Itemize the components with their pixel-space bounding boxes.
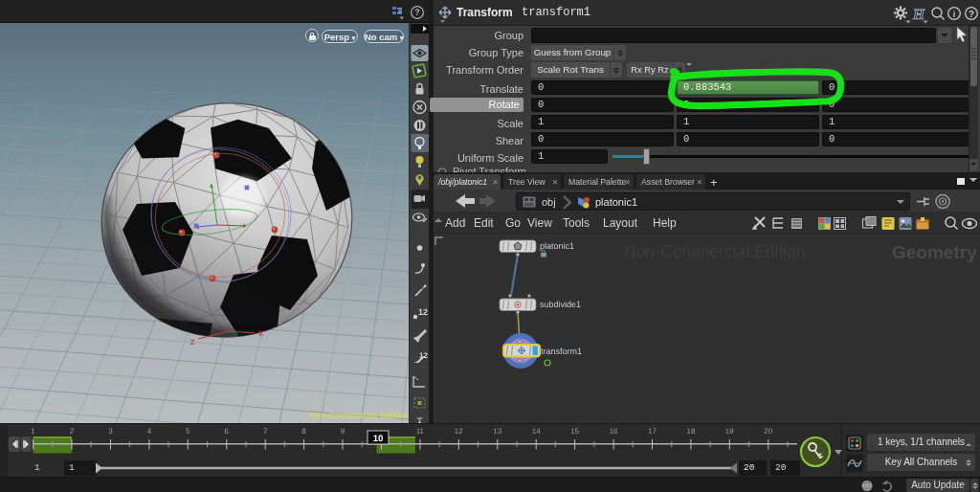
svg-text:transform1: transform1 [541,347,582,356]
svg-text:12: 12 [419,351,428,360]
svg-text:?: ? [414,8,420,18]
svg-text:14: 14 [532,427,541,436]
svg-text:X: X [258,329,263,338]
svg-text:11: 11 [416,427,425,436]
svg-text:6: 6 [225,427,230,436]
svg-text:?: ? [969,10,974,20]
svg-text:1: 1 [31,427,35,436]
svg-text:19: 19 [725,427,734,436]
svg-text:20: 20 [764,427,772,436]
svg-text:subdivide1: subdivide1 [540,300,581,309]
svg-text:H: H [912,7,925,23]
svg-text:13: 13 [493,427,501,436]
svg-text:2: 2 [70,427,75,436]
svg-text:3: 3 [108,427,113,436]
svg-text:17: 17 [648,427,657,436]
svg-text:platonic1: platonic1 [540,241,574,251]
svg-text:5: 5 [186,427,190,436]
svg-text:9: 9 [341,427,345,436]
svg-text:8: 8 [301,427,306,436]
svg-text:i: i [953,10,956,19]
svg-text:4: 4 [147,427,152,436]
svg-text:16: 16 [610,427,618,436]
svg-text:12: 12 [418,307,428,317]
svg-text:15: 15 [570,427,579,436]
svg-text:Z: Z [190,338,195,347]
svg-text:12: 12 [455,427,463,436]
svg-text:10: 10 [373,434,384,444]
svg-text:18: 18 [686,427,695,436]
svg-text:7: 7 [263,427,268,436]
